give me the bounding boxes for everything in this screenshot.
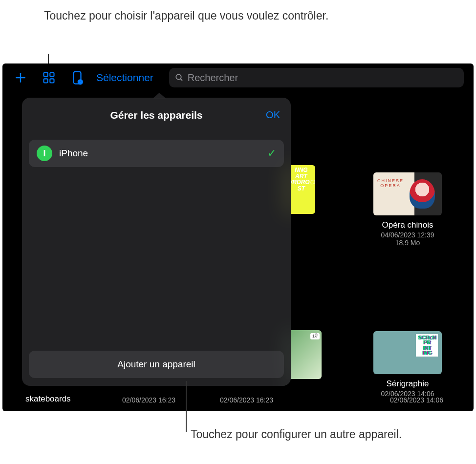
item-title: Opéra chinois	[371, 220, 444, 230]
item-date: 02/06/2023 16:23	[122, 396, 175, 404]
search-icon	[175, 73, 184, 82]
ok-button[interactable]: OK	[266, 109, 280, 121]
svg-point-9	[176, 74, 181, 80]
add-device-button[interactable]: Ajouter un appareil	[29, 351, 284, 378]
callout-add-device: Touchez pour configurer un autre apparei…	[191, 427, 402, 442]
search-input[interactable]	[188, 72, 458, 84]
popover-title: Gérer les appareils	[22, 109, 291, 121]
svg-line-10	[180, 79, 182, 81]
svg-rect-3	[50, 73, 54, 77]
item-date: 02/06/2023 14:06	[390, 396, 443, 404]
svg-rect-5	[50, 79, 54, 83]
popover-header: Gérer les appareils OK	[22, 98, 291, 121]
grid-item-opera[interactable]: Opéra chinois 04/06/2023 12:39 18,9 Mo	[371, 172, 444, 247]
select-button[interactable]: Sélectionner	[92, 72, 157, 84]
item-title: skateboards	[25, 394, 71, 404]
thumbnail	[373, 331, 442, 374]
item-date: 02/06/2023 16:23	[220, 396, 273, 404]
callout-choose-device: Touchez pour choisir l'appareil que vous…	[44, 9, 328, 23]
device-row-iphone[interactable]: I iPhone ✓	[29, 140, 284, 167]
device-name-label: iPhone	[59, 148, 267, 159]
apps-grid-button[interactable]	[36, 67, 62, 88]
toolbar: Sélectionner	[2, 63, 474, 92]
device-play-button[interactable]	[64, 67, 90, 88]
item-date: 04/06/2023 12:39	[371, 231, 444, 239]
item-size: 18,9 Mo	[371, 239, 444, 247]
callout-line	[186, 381, 187, 432]
svg-rect-2	[44, 73, 48, 77]
search-field[interactable]	[169, 68, 464, 87]
grid-item-serigraphie[interactable]: Sérigraphie 02/06/2023 14:06	[371, 331, 444, 398]
manage-devices-popover: Gérer les appareils OK I iPhone ✓ Ajoute…	[22, 98, 291, 386]
checkmark-icon: ✓	[267, 147, 276, 160]
device-badge: I	[37, 146, 52, 161]
thumbnail	[373, 172, 442, 215]
svg-rect-4	[44, 79, 48, 83]
grid-item-peek[interactable]	[286, 330, 322, 379]
item-title: Sérigraphie	[371, 379, 444, 389]
app-screenshot: Sélectionner Opéra chinois 04/06/2023 12…	[2, 63, 474, 411]
add-button[interactable]	[7, 67, 34, 88]
